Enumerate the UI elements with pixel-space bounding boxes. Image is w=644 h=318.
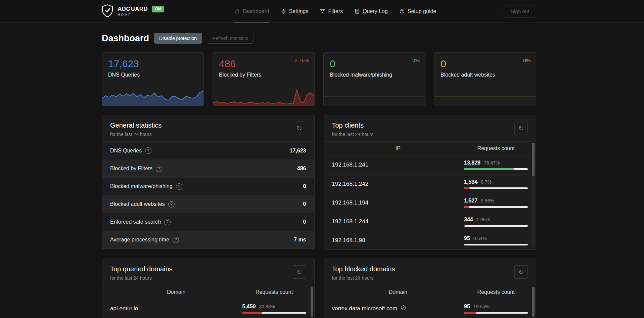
progress-bar-fill bbox=[464, 225, 465, 227]
nav-item-settings[interactable]: Settings bbox=[281, 0, 309, 22]
progress-bar-fill bbox=[464, 168, 514, 170]
column-header-domain: Domain bbox=[110, 289, 242, 295]
gear-icon bbox=[281, 8, 286, 14]
domain-row: api.entur.io 5,45030.93% bbox=[102, 299, 314, 318]
table-header: IP Requests count bbox=[324, 141, 536, 155]
client-ip[interactable]: 192.168.1.241 bbox=[332, 162, 464, 168]
column-header-requests-count: Requests count bbox=[464, 145, 528, 151]
refresh-icon: ↻ bbox=[296, 124, 302, 132]
nav-item-query-log[interactable]: Query Log bbox=[354, 0, 388, 22]
top-blocked-refresh-button[interactable]: ↻ bbox=[514, 265, 528, 279]
requests-percent: 8.7% bbox=[481, 179, 492, 185]
general-statistics-panel: General statistics for the last 24 hours… bbox=[102, 115, 315, 249]
blocked-icon bbox=[400, 305, 407, 313]
page-header: Dashboard Disable protection Refresh sta… bbox=[102, 23, 536, 44]
progress-bar bbox=[464, 225, 528, 227]
client-ip[interactable]: 192.168.1.244 bbox=[332, 218, 464, 225]
top-clients-table: 192.168.1.241 13,82878.47% 192.168.1.242… bbox=[324, 155, 536, 249]
column-header-domain: Domain bbox=[332, 289, 464, 295]
stat-row: Blocked adult websites? 0 bbox=[102, 195, 314, 213]
blocked-malware-percent: 0% bbox=[412, 57, 420, 63]
navbar: ADGUARD ON HOME Dashboard Settings bbox=[0, 0, 644, 23]
stat-card-blocked-filters: 2.76% 486 Blocked by Filters bbox=[213, 52, 315, 106]
requests-count: 1,527 bbox=[464, 198, 477, 204]
panel-subtitle: for the last 24 hours bbox=[332, 132, 374, 137]
progress-bar bbox=[464, 206, 528, 208]
stat-row: Average processing time? 7 ms bbox=[102, 231, 314, 248]
help-icon[interactable]: ? bbox=[156, 166, 162, 172]
domain-name[interactable]: vortex.data.microsoft.com bbox=[332, 305, 464, 313]
stat-row: DNS Queries? 17,623 bbox=[102, 142, 314, 160]
panel-subtitle: for the last 24 hours bbox=[332, 275, 395, 281]
stat-row: Enforced safe search? 0 bbox=[102, 213, 314, 231]
blocked-adult-percent: 0% bbox=[523, 57, 531, 63]
domain-row: vortex.data.microsoft.com 9519.55% bbox=[324, 299, 536, 318]
panel-title: Top clients bbox=[332, 122, 374, 129]
help-icon[interactable]: ? bbox=[168, 201, 175, 208]
requests-count: 5,450 bbox=[242, 304, 256, 310]
refresh-icon: ↻ bbox=[296, 268, 302, 276]
progress-bar-fill bbox=[464, 312, 476, 314]
dns-queries-sparkline bbox=[102, 88, 203, 106]
progress-bar bbox=[464, 168, 528, 170]
column-header-requests-count: Requests count bbox=[242, 289, 306, 295]
stat-cards-row: 17,623 DNS Queries 2.76% 486 Blocked by … bbox=[102, 52, 536, 106]
table-header: Domain Requests count bbox=[102, 285, 314, 299]
top-blocked-table: vortex.data.microsoft.com 9519.55% bbox=[324, 299, 536, 318]
help-icon[interactable]: ? bbox=[145, 147, 151, 154]
top-blocked-domains-panel: Top blocked domains for the last 24 hour… bbox=[324, 259, 537, 318]
scrollbar-thumb[interactable] bbox=[532, 143, 535, 176]
refresh-icon: ↻ bbox=[518, 268, 524, 276]
client-ip[interactable]: 192.168.1.242 bbox=[332, 181, 464, 187]
stat-row-value: 7 ms bbox=[294, 237, 306, 243]
requests-count: 13,828 bbox=[464, 160, 480, 166]
progress-bar bbox=[464, 244, 528, 245]
nav-item-label: Settings bbox=[289, 8, 309, 14]
requests-count: 95 bbox=[464, 235, 470, 241]
shield-check-icon bbox=[102, 4, 113, 19]
top-clients-refresh-button[interactable]: ↻ bbox=[514, 122, 528, 135]
stat-row-value: 0 bbox=[303, 183, 306, 189]
refresh-icon: ↻ bbox=[518, 124, 524, 132]
progress-bar bbox=[464, 187, 528, 189]
progress-bar bbox=[464, 312, 528, 314]
refresh-statistics-button[interactable]: Refresh statistics bbox=[207, 33, 254, 44]
panel-subtitle: for the last 24 hours bbox=[110, 275, 173, 281]
stat-card-dns-queries: 17,623 DNS Queries bbox=[102, 52, 204, 106]
scrollbar-thumb[interactable] bbox=[311, 287, 313, 317]
stat-row: Blocked by Filters? 486 bbox=[102, 160, 314, 177]
funnel-icon bbox=[320, 8, 325, 14]
help-icon[interactable]: ? bbox=[173, 237, 179, 243]
stat-row-label: Blocked adult websites bbox=[110, 201, 165, 207]
table-header: Domain Requests count bbox=[324, 285, 536, 299]
nav-item-dashboard[interactable]: Dashboard bbox=[234, 0, 269, 22]
domain-name[interactable]: api.entur.io bbox=[110, 305, 242, 312]
blocked-malware-label: Blocked malware/phishing bbox=[330, 72, 419, 78]
sign-out-button[interactable]: Sign out bbox=[504, 5, 536, 17]
help-icon[interactable]: ? bbox=[176, 183, 182, 190]
scrollbar-thumb[interactable] bbox=[532, 287, 535, 317]
disable-protection-button[interactable]: Disable protection bbox=[154, 33, 202, 44]
nav-item-label: Dashboard bbox=[243, 8, 269, 14]
client-ip[interactable]: 192.168.1.98 bbox=[332, 237, 464, 244]
blocked-adult-sparkline bbox=[434, 88, 536, 106]
blocked-filters-sparkline bbox=[213, 88, 314, 106]
dashboard-page: Dashboard Disable protection Refresh sta… bbox=[102, 23, 536, 318]
blocked-filters-link[interactable]: Blocked by Filters bbox=[219, 72, 308, 78]
help-icon[interactable]: ? bbox=[164, 219, 171, 225]
top-queried-table: api.entur.io 5,45030.93% bbox=[102, 299, 314, 318]
panel-subtitle: for the last 24 hours bbox=[110, 132, 162, 137]
client-row: 192.168.1.98 950.54% bbox=[324, 231, 536, 249]
client-ip[interactable]: 192.168.1.194 bbox=[332, 199, 464, 206]
top-queried-refresh-button[interactable]: ↻ bbox=[293, 265, 306, 279]
nav-item-setup-guide[interactable]: Setup guide bbox=[399, 0, 436, 22]
brand-title: ADGUARD bbox=[118, 6, 148, 12]
blocked-adult-label: Blocked adult websites bbox=[441, 72, 530, 78]
document-icon bbox=[354, 8, 360, 14]
client-row: 192.168.1.244 3441.95% bbox=[324, 212, 536, 231]
general-statistics-refresh-button[interactable]: ↻ bbox=[293, 122, 306, 135]
brand-logo[interactable]: ADGUARD ON HOME bbox=[102, 4, 164, 19]
stat-row-value: 0 bbox=[303, 219, 306, 225]
dns-queries-label: DNS Queries bbox=[108, 72, 197, 78]
nav-item-filters[interactable]: Filters bbox=[320, 0, 343, 22]
